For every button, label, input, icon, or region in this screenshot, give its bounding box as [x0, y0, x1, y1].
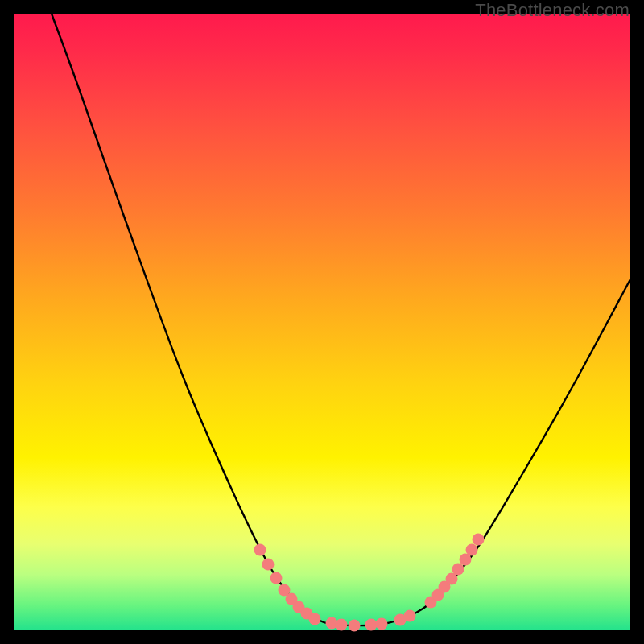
- marker-dot: [270, 572, 283, 584]
- marker-dot: [336, 619, 348, 631]
- watermark-text: TheBottleneck.com: [475, 0, 630, 21]
- marker-dot: [466, 544, 478, 556]
- marker-dot: [349, 620, 361, 632]
- marker-dot: [309, 613, 321, 625]
- marker-cluster-right: [425, 534, 485, 609]
- marker-dot: [404, 610, 416, 622]
- marker-dot: [473, 534, 485, 546]
- marker-dot: [262, 559, 275, 571]
- marker-dot: [254, 544, 266, 556]
- marker-dot: [376, 618, 388, 630]
- marker-dot: [365, 619, 378, 631]
- marker-dot: [452, 564, 464, 576]
- marker-cluster-bottom: [326, 610, 416, 632]
- chart-frame: TheBottleneck.com: [0, 0, 644, 644]
- chart-overlay: [14, 14, 630, 630]
- bottleneck-curve: [52, 14, 630, 625]
